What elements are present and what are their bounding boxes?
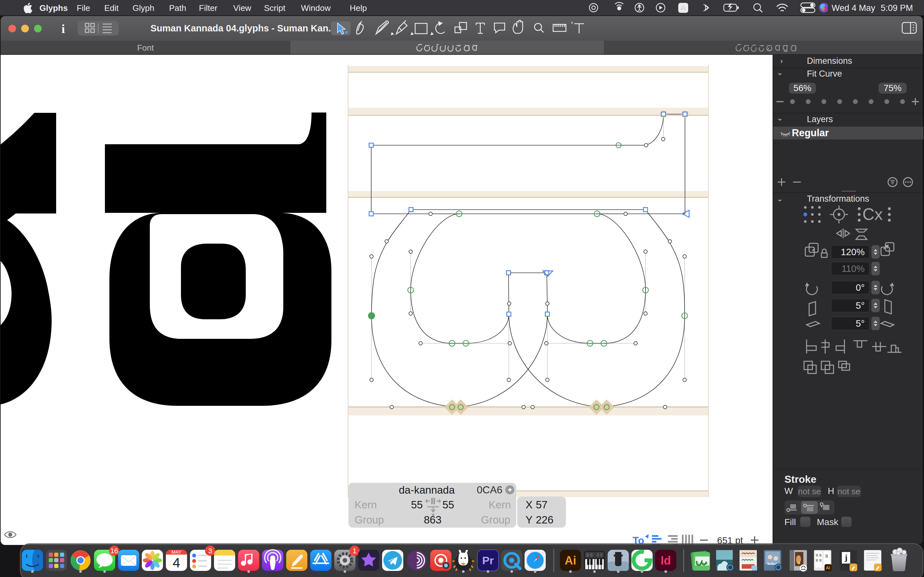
svg-text:j: j <box>845 553 848 562</box>
svg-text:Cx: Cx <box>863 205 883 223</box>
svg-text:A: A <box>680 3 686 12</box>
svg-text:3: 3 <box>208 547 212 555</box>
svg-text:Pr: Pr <box>482 554 494 566</box>
svg-text:Ai: Ai <box>826 565 830 570</box>
svg-text:R R: R R <box>816 553 822 558</box>
svg-text:16: 16 <box>110 547 118 555</box>
svg-text:MAY: MAY <box>171 549 181 554</box>
svg-text:Id: Id <box>661 554 671 567</box>
svg-text:R: R <box>825 554 829 559</box>
svg-text:Ai: Ai <box>565 554 576 567</box>
svg-text:R R: R R <box>816 558 822 562</box>
svg-text:4: 4 <box>173 555 180 570</box>
svg-text:1: 1 <box>352 547 357 555</box>
svg-text:GLYPHS: GLYPHS <box>696 562 708 565</box>
